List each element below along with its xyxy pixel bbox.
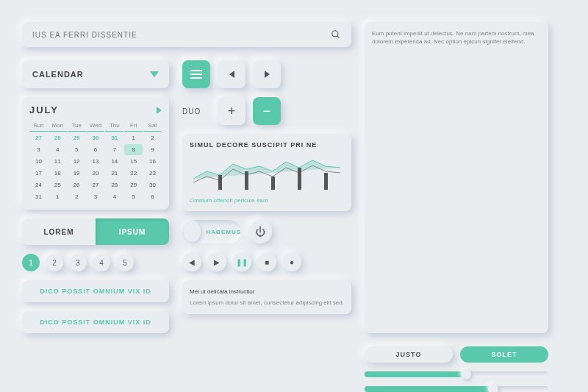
day-header: Fri bbox=[124, 120, 143, 132]
calendar-day[interactable]: 31 bbox=[105, 132, 123, 143]
calendar-day[interactable]: 1 bbox=[124, 132, 143, 143]
toggle-knob bbox=[184, 221, 201, 242]
calendar-day[interactable]: 27 bbox=[87, 179, 105, 190]
calendar-day[interactable]: 6 bbox=[87, 144, 105, 155]
slider-1[interactable] bbox=[365, 386, 548, 392]
minus-button[interactable]: − bbox=[253, 97, 281, 125]
hamburger-button[interactable] bbox=[182, 60, 210, 88]
calendar-day[interactable]: 4 bbox=[49, 144, 67, 155]
calendar-day[interactable]: 16 bbox=[143, 156, 162, 167]
triangle-left-icon bbox=[229, 71, 234, 78]
calendar-day[interactable]: 12 bbox=[68, 156, 86, 167]
next-button[interactable] bbox=[253, 60, 281, 88]
calendar-day[interactable]: 18 bbox=[49, 168, 67, 179]
calendar-day[interactable]: 15 bbox=[124, 156, 143, 167]
calendar-day[interactable]: 19 bbox=[68, 168, 86, 179]
slider-0[interactable] bbox=[365, 371, 548, 377]
calendar-day[interactable]: 1 bbox=[49, 191, 67, 202]
calendar-day[interactable]: 25 bbox=[49, 179, 67, 190]
page-4[interactable]: 4 bbox=[93, 254, 110, 271]
pill-justo[interactable]: JUSTO bbox=[365, 346, 453, 363]
calendar-day[interactable]: 29 bbox=[68, 132, 86, 143]
power-button[interactable]: ⏻ bbox=[248, 220, 272, 243]
pill-solet[interactable]: SOLET bbox=[460, 346, 548, 363]
calendar-day[interactable]: 7 bbox=[105, 144, 123, 155]
instruction-body: Lorem ipsum dolor sit amet, consectetur … bbox=[190, 299, 344, 307]
calendar-day[interactable]: 10 bbox=[29, 156, 48, 167]
svg-point-0 bbox=[332, 31, 338, 37]
action-button-2[interactable]: DICO POSSIT OMNIUM VIX ID bbox=[22, 311, 169, 333]
calendar-day[interactable]: 27 bbox=[29, 132, 48, 143]
calendar-day[interactable]: 20 bbox=[87, 168, 105, 179]
area-chart bbox=[190, 153, 344, 190]
calendar-dropdown[interactable]: CALENDAR bbox=[22, 60, 169, 88]
page-3[interactable]: 3 bbox=[69, 254, 87, 271]
action-button-1[interactable]: DICO POSSIT OMNIUM VIX ID bbox=[22, 280, 169, 302]
calendar-day[interactable]: 17 bbox=[29, 168, 48, 179]
calendar-day[interactable]: 31 bbox=[29, 191, 48, 202]
chart-subtitle: Omnium offendit pericula eam bbox=[190, 197, 344, 204]
day-header: Sat bbox=[143, 120, 162, 132]
next-month-icon[interactable] bbox=[157, 107, 162, 114]
calendar-day[interactable]: 6 bbox=[143, 191, 162, 202]
instruction-card: Mei ut delicata instructior Lorem ipsum … bbox=[182, 280, 351, 314]
media-prev[interactable]: ◀ bbox=[182, 252, 201, 271]
page-2[interactable]: 2 bbox=[46, 254, 63, 271]
svg-rect-5 bbox=[298, 168, 301, 190]
calendar-day[interactable]: 28 bbox=[49, 132, 67, 143]
calendar-day[interactable]: 23 bbox=[143, 168, 162, 179]
calendar-day[interactable]: 5 bbox=[124, 191, 143, 202]
plus-button[interactable] bbox=[218, 97, 245, 125]
svg-rect-4 bbox=[271, 177, 275, 190]
calendar-day[interactable]: 4 bbox=[105, 191, 123, 202]
search-bar[interactable] bbox=[22, 22, 351, 47]
svg-rect-3 bbox=[245, 171, 248, 190]
calendar-month: JULY bbox=[29, 104, 59, 115]
calendar-day[interactable]: 29 bbox=[124, 179, 143, 190]
calendar-day[interactable]: 30 bbox=[87, 132, 105, 143]
calendar-day[interactable]: 14 bbox=[105, 156, 123, 167]
calendar-day[interactable]: 5 bbox=[68, 144, 86, 155]
media-play[interactable]: ▶ bbox=[207, 252, 226, 271]
calendar-widget[interactable]: JULY SunMonTueWedThuFriSat27282930311234… bbox=[22, 97, 169, 210]
calendar-day[interactable]: 3 bbox=[87, 191, 105, 202]
area-chart-card: SIMUL DECORE SUSCIPIT PRI NE Omnium offe… bbox=[182, 134, 351, 211]
calendar-day[interactable]: 22 bbox=[124, 168, 143, 179]
page-5[interactable]: 5 bbox=[116, 254, 134, 271]
pagination: 12345 bbox=[22, 254, 169, 271]
info-text-block: Eum putent impedit ut delectus. Ne nam p… bbox=[365, 22, 548, 333]
toggle-switch[interactable]: HABEMUS bbox=[182, 220, 241, 243]
search-icon bbox=[331, 29, 341, 40]
calendar-day[interactable]: 21 bbox=[105, 168, 123, 179]
media-pause[interactable]: ❚❚ bbox=[232, 252, 251, 271]
svg-line-1 bbox=[337, 36, 340, 38]
hamburger-icon bbox=[190, 70, 202, 79]
calendar-day[interactable]: 3 bbox=[29, 144, 48, 155]
media-controls: ◀ ▶ ❚❚ ■ ● bbox=[182, 252, 351, 271]
day-header: Sun bbox=[29, 120, 48, 132]
search-input[interactable] bbox=[32, 31, 331, 39]
svg-rect-6 bbox=[324, 173, 328, 190]
svg-rect-2 bbox=[218, 175, 222, 190]
segment-ipsum[interactable]: IPSUM bbox=[96, 218, 169, 245]
calendar-day[interactable]: 28 bbox=[105, 179, 123, 190]
prev-button[interactable] bbox=[218, 60, 245, 88]
segment-lorem[interactable]: LOREM bbox=[22, 218, 96, 245]
toggle-label: HABEMUS bbox=[207, 229, 241, 235]
media-record[interactable]: ● bbox=[282, 252, 301, 271]
calendar-day[interactable]: 8 bbox=[124, 144, 143, 155]
calendar-day[interactable]: 2 bbox=[143, 132, 162, 143]
page-1[interactable]: 1 bbox=[22, 254, 40, 271]
calendar-day[interactable]: 2 bbox=[68, 191, 86, 202]
calendar-day[interactable]: 26 bbox=[68, 179, 86, 190]
calendar-day[interactable]: 24 bbox=[29, 179, 48, 190]
day-header: Tue bbox=[68, 120, 86, 132]
calendar-day[interactable]: 30 bbox=[143, 179, 162, 190]
day-header: Mon bbox=[49, 120, 67, 132]
calendar-day[interactable]: 9 bbox=[143, 144, 162, 155]
calendar-day[interactable]: 11 bbox=[49, 156, 67, 167]
calendar-day[interactable]: 13 bbox=[87, 156, 105, 167]
info-text-body: Eum putent impedit ut delectus. Ne nam p… bbox=[372, 29, 541, 46]
media-stop[interactable]: ■ bbox=[257, 252, 276, 271]
segment-control[interactable]: LOREM IPSUM bbox=[22, 218, 169, 245]
